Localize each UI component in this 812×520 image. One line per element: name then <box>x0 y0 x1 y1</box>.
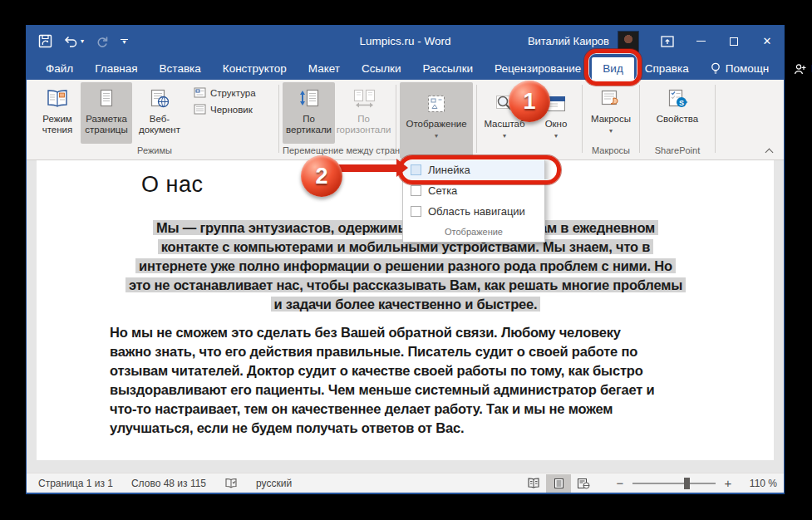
title-bar: ▾ ▾ Lumpics.ru - Word Виталий Каиров <box>27 26 784 56</box>
print-layout-view-icon <box>554 478 564 489</box>
group-separator <box>639 85 640 153</box>
properties-icon: S <box>666 86 689 112</box>
screenshot-root: ▾ ▾ Lumpics.ru - Word Виталий Каиров <box>0 0 812 520</box>
zoom-slider-track <box>632 483 716 484</box>
ribbon-tab[interactable]: Вид <box>592 57 633 80</box>
minimize-button[interactable] <box>684 26 717 56</box>
customize-qat-button[interactable]: ▾ <box>121 39 128 44</box>
ribbon-tab[interactable]: Макет <box>298 57 351 80</box>
group-separator <box>278 85 279 153</box>
ribbon-tab[interactable]: Конструктор <box>212 57 298 80</box>
checkbox-icon[interactable] <box>411 164 421 175</box>
ribbon-tab[interactable]: Файл <box>35 57 84 80</box>
macros-button[interactable]: Макросы ▾ <box>586 82 636 144</box>
undo-button[interactable]: ▾ <box>64 36 84 47</box>
customize-qat-caret-icon: ▾ <box>123 40 126 44</box>
outline-view-button[interactable]: Структура <box>194 87 256 98</box>
selected-text-line: и задачи более качественно и быстрее. <box>110 295 701 314</box>
word-count-status[interactable]: Слово 48 из 115 <box>131 478 206 489</box>
tab-share[interactable]: Поделиться <box>783 57 812 80</box>
dropdown-caret-icon: ▾ <box>554 130 558 141</box>
text-line: улучшаться, если не будем получать ответ… <box>110 419 701 438</box>
web-layout-view-icon <box>577 478 590 489</box>
menu-item[interactable]: Сетка <box>403 180 544 201</box>
vertical-arrows-icon <box>298 86 320 112</box>
proofing-status[interactable] <box>224 478 238 489</box>
ribbon-tab[interactable]: Справка <box>634 57 700 80</box>
word-window: ▾ ▾ Lumpics.ru - Word Виталий Каиров <box>26 25 785 494</box>
web-layout-button[interactable]: Веб-документ <box>132 82 187 144</box>
read-mode-button[interactable]: Режим чтения <box>34 82 81 144</box>
zoom-out-button[interactable]: − <box>611 476 629 490</box>
proofing-book-icon <box>224 478 238 489</box>
annotation-arrow <box>336 164 397 172</box>
text-line: Но мы не сможем это сделать без Вашей об… <box>110 323 701 342</box>
tab-help-assistant[interactable]: Помощн <box>700 57 780 80</box>
group-separator <box>476 85 477 153</box>
group-page-movement: По вертикали По горизонтали Перемещение … <box>280 81 395 159</box>
avatar[interactable] <box>618 31 639 52</box>
menu-item[interactable]: Линейка <box>403 159 544 180</box>
language-status[interactable]: русский <box>256 478 292 489</box>
maximize-button[interactable] <box>717 26 750 56</box>
read-mode-view-button[interactable] <box>521 474 546 493</box>
document-heading: О нас <box>141 172 203 198</box>
dropdown-caret-icon: ▾ <box>609 125 613 136</box>
text-line: отзывам читателей. Доктор судит о качест… <box>110 361 701 380</box>
page-count-status[interactable]: Страница 1 из 1 <box>38 478 113 489</box>
zoom-in-button[interactable]: + <box>719 476 737 490</box>
horizontal-movement-button[interactable]: По горизонтали <box>335 82 392 144</box>
show-dropdown-button[interactable]: Отображение ▾ <box>400 82 473 159</box>
menu-footer-label: Отображение <box>403 222 544 240</box>
text-line: выздоравливают его пациенты. Чем меньше … <box>110 380 701 400</box>
group-sharepoint: S Свойства SharePoint <box>641 81 714 159</box>
menu-item[interactable]: Область навигации <box>403 201 544 222</box>
group-label-modes: Режимы <box>34 144 275 159</box>
zoom-slider[interactable] <box>632 477 716 490</box>
group-label-macros: Макросы <box>586 144 636 159</box>
annotation-step-2-badge: 2 <box>301 155 342 197</box>
group-show: Отображение ▾ <box>397 81 475 159</box>
save-icon[interactable] <box>38 34 52 48</box>
horizontal-arrows-icon <box>352 86 376 112</box>
group-modes: Режим чтения Разметка страницы Веб-докум… <box>32 81 278 159</box>
group-separator <box>715 85 716 153</box>
properties-button[interactable]: S Свойства <box>651 82 704 144</box>
statusbar-right: − + 110 % <box>521 474 777 493</box>
status-bar: Страница 1 из 1 Слово 48 из 115 русский … <box>27 473 784 493</box>
svg-text:S: S <box>679 99 684 107</box>
ribbon: Режим чтения Разметка страницы Веб-докум… <box>27 80 784 160</box>
ribbon-tab[interactable]: Рецензирование <box>484 57 592 80</box>
tabs-right-cluster: Помощн Поделиться <box>700 57 812 80</box>
redo-button[interactable] <box>96 35 109 48</box>
ribbon-display-options-button[interactable] <box>651 26 684 56</box>
text-line: важно знать, что его действия правильные… <box>110 342 701 361</box>
titlebar-right: Виталий Каиров ✕ <box>528 26 784 56</box>
show-dropdown-menu: Линейка Сетка Область навигации Отображе… <box>402 157 545 243</box>
collapse-ribbon-button[interactable] <box>765 148 774 155</box>
zoom-level[interactable]: 110 % <box>737 478 777 489</box>
selected-text-line: это не останавливает нас, чтобы рассказы… <box>110 276 701 295</box>
ribbon-tab[interactable]: Вставка <box>149 57 212 80</box>
print-layout-view-button[interactable] <box>546 474 571 493</box>
outline-view-icon <box>194 87 206 98</box>
web-layout-view-button[interactable] <box>571 474 596 493</box>
share-person-icon <box>794 63 806 75</box>
quick-access-toolbar: ▾ ▾ <box>27 34 128 48</box>
read-mode-icon <box>46 86 69 112</box>
close-button[interactable]: ✕ <box>750 26 784 56</box>
checkbox-icon[interactable] <box>411 185 421 196</box>
ribbon-tab[interactable]: Рассылки <box>412 57 485 80</box>
vertical-movement-button[interactable]: По вертикали <box>283 82 335 144</box>
group-separator <box>582 85 583 153</box>
draft-view-button[interactable]: Черновик <box>194 104 256 115</box>
checkbox-icon[interactable] <box>411 206 421 217</box>
print-layout-button[interactable]: Разметка страницы <box>81 82 132 144</box>
dropdown-caret-icon: ▾ <box>435 130 438 141</box>
menu-items: Линейка Сетка Область навигации <box>403 159 544 222</box>
zoom-slider-thumb[interactable] <box>684 478 690 489</box>
ribbon-tab[interactable]: Главная <box>84 57 148 80</box>
group-label-sharepoint: SharePoint <box>643 144 711 159</box>
account-name[interactable]: Виталий Каиров <box>528 35 609 47</box>
ribbon-tab[interactable]: Ссылки <box>351 57 412 80</box>
